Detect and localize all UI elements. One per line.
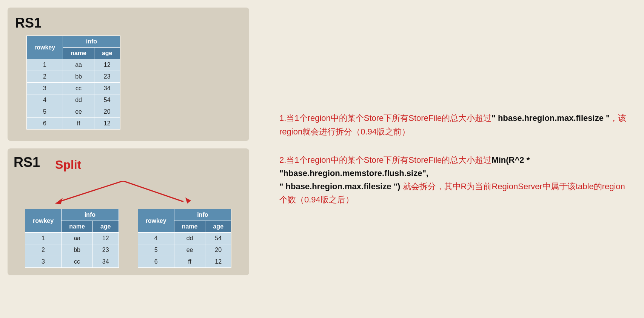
age-cell: 23 — [92, 244, 119, 256]
name-cell: ee — [174, 244, 205, 256]
name-cell: dd — [63, 94, 94, 106]
note1: 1.当1个region中的某个Store下所有StoreFile的总大小超过" … — [279, 111, 629, 138]
rowkey-cell: 6 — [27, 118, 63, 130]
age-cell: 34 — [92, 256, 119, 268]
name-cell: bb — [62, 244, 93, 256]
bl-rowkey-header: rowkey — [25, 209, 62, 233]
age-cell: 20 — [94, 106, 120, 118]
rowkey-cell: 2 — [27, 71, 63, 83]
name-cell: cc — [63, 83, 94, 94]
svg-line-2 — [123, 181, 183, 202]
rowkey-header: rowkey — [27, 36, 63, 59]
rs1-bottom-label: RS1 — [14, 154, 40, 170]
br-info-header: info — [174, 209, 231, 221]
table-row: 1 aa 12 — [27, 59, 120, 71]
split-header: RS1 Split — [14, 154, 243, 175]
bl-age-header: age — [92, 221, 119, 233]
rs1-bottom-section: RS1 Split rowkey info — [8, 148, 249, 275]
table-row: 1 aa 12 — [25, 233, 119, 244]
rowkey-cell: 5 — [138, 244, 174, 256]
note2: 2.当1个region中的某个Store下所有StoreFile的总大小超过Mi… — [279, 153, 629, 207]
table-row: 6 ff 12 — [138, 256, 231, 268]
table-row: 3 cc 34 — [27, 83, 120, 94]
note1-part1: 1.当1个region中的某个Store下所有StoreFile的总大小超过 — [279, 113, 491, 123]
name-cell: ee — [63, 106, 94, 118]
rowkey-cell: 3 — [27, 83, 63, 94]
left-panel: RS1 rowkey info name age 1 aa 12 2 bb 23 — [0, 0, 257, 318]
rowkey-cell: 5 — [27, 106, 63, 118]
bl-name-header: name — [62, 221, 93, 233]
note2-bold2: " hbase.hregion.max.filesize ") — [279, 182, 400, 191]
rs1-label: RS1 — [15, 15, 242, 31]
rowkey-cell: 6 — [138, 256, 174, 268]
age-cell: 12 — [94, 59, 120, 71]
age-cell: 23 — [94, 71, 120, 83]
svg-marker-3 — [185, 198, 191, 204]
age-cell: 12 — [92, 233, 119, 244]
name-header: name — [63, 48, 94, 59]
age-cell: 12 — [205, 256, 231, 268]
two-tables: rowkey info name age 1 aa 12 2 bb 23 3 c… — [14, 209, 243, 268]
rowkey-cell: 4 — [27, 94, 63, 106]
br-rowkey-header: rowkey — [138, 209, 174, 233]
split-label: Split — [55, 158, 81, 172]
name-cell: aa — [62, 233, 93, 244]
svg-marker-1 — [55, 198, 63, 204]
bl-info-header: info — [62, 209, 119, 221]
age-cell: 34 — [94, 83, 120, 94]
name-cell: ff — [63, 118, 94, 130]
arrows-svg — [14, 181, 233, 207]
br-name-header: name — [174, 221, 205, 233]
bottom-right-table: rowkey info name age 4 dd 54 5 ee 20 6 f… — [138, 209, 232, 268]
age-cell: 20 — [205, 244, 231, 256]
age-cell: 12 — [94, 118, 120, 130]
table-row: 2 bb 23 — [27, 71, 120, 83]
table-row: 6 ff 12 — [27, 118, 120, 130]
rowkey-cell: 1 — [27, 59, 63, 71]
table-row: 5 ee 20 — [138, 244, 231, 256]
info-header: info — [63, 36, 120, 48]
table-row: 2 bb 23 — [25, 244, 119, 256]
note1-bold: " hbase.hregion.max.filesize " — [491, 113, 610, 123]
rs1-top-section: RS1 rowkey info name age 1 aa 12 2 bb 23 — [8, 8, 249, 141]
table-row: 4 dd 54 — [27, 94, 120, 106]
rowkey-cell: 3 — [25, 256, 62, 268]
bottom-left-table: rowkey info name age 1 aa 12 2 bb 23 3 c… — [25, 209, 119, 268]
table-row: 3 cc 34 — [25, 256, 119, 268]
right-panel: 1.当1个region中的某个Store下所有StoreFile的总大小超过" … — [257, 0, 644, 318]
rowkey-cell: 2 — [25, 244, 62, 256]
br-age-header: age — [205, 221, 231, 233]
age-cell: 54 — [205, 233, 231, 244]
svg-line-0 — [59, 181, 123, 202]
age-header: age — [94, 48, 120, 59]
note2-part1: 2.当1个region中的某个Store下所有StoreFile的总大小超过 — [279, 155, 491, 165]
table-row: 4 dd 54 — [138, 233, 231, 244]
rowkey-cell: 4 — [138, 233, 174, 244]
name-cell: ff — [174, 256, 205, 268]
name-cell: aa — [63, 59, 94, 71]
split-arrows — [14, 181, 240, 207]
age-cell: 54 — [94, 94, 120, 106]
name-cell: dd — [174, 233, 205, 244]
name-cell: bb — [63, 71, 94, 83]
top-table: rowkey info name age 1 aa 12 2 bb 23 3 c… — [26, 36, 120, 130]
table-row: 5 ee 20 — [27, 106, 120, 118]
rowkey-cell: 1 — [25, 233, 62, 244]
name-cell: cc — [62, 256, 93, 268]
